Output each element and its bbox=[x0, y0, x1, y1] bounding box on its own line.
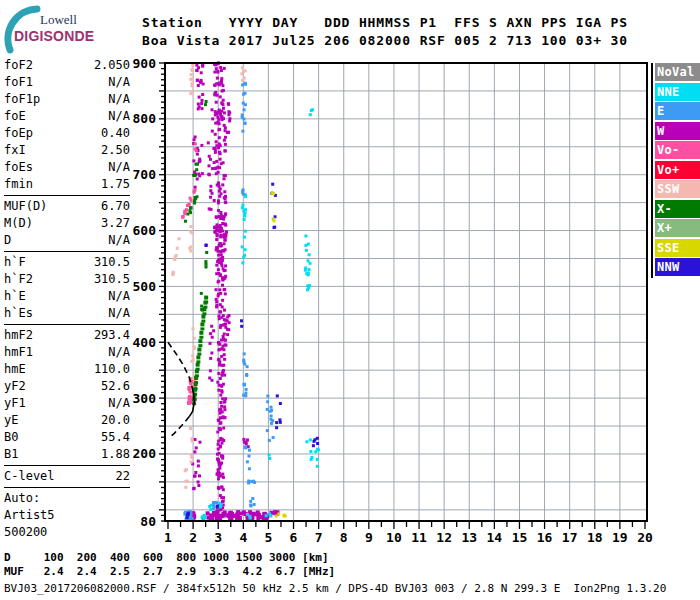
param-value: 110.0 bbox=[94, 361, 130, 378]
echo-cluster-W bbox=[217, 309, 231, 366]
param-label: hmF2 bbox=[4, 327, 33, 344]
param-label: hmF1 bbox=[4, 344, 33, 361]
legend-item-NNW: NNW bbox=[655, 258, 700, 276]
param-value: 1.75 bbox=[101, 176, 130, 193]
param-row-Artist5: Artist5 bbox=[4, 507, 130, 524]
param-value: 310.5 bbox=[94, 254, 130, 271]
parameter-panel: foF22.050foF1N/AfoF1pN/AfoEN/AfoEp0.40fx… bbox=[4, 57, 130, 541]
svg-text:11: 11 bbox=[411, 530, 427, 545]
param-row-h`F: h`F310.5 bbox=[4, 254, 130, 271]
param-label: yF2 bbox=[4, 378, 26, 395]
param-row-B1: B11.88 bbox=[4, 446, 130, 463]
echo-cluster-W bbox=[213, 215, 228, 253]
svg-text:4: 4 bbox=[239, 530, 247, 545]
distance-scale-row: D 100 200 400 600 800 1000 1500 3000 [km… bbox=[4, 551, 329, 564]
svg-text:9: 9 bbox=[365, 530, 373, 545]
header-station-values: Boa Vista 2017 Jul25 206 082000 RSF 005 … bbox=[142, 33, 628, 48]
param-label: yE bbox=[4, 412, 18, 429]
param-separator bbox=[4, 195, 130, 196]
echo-cluster-W bbox=[195, 64, 204, 111]
param-separator bbox=[4, 487, 130, 488]
muf-scale-row: MUF 2.4 2.4 2.5 2.7 2.9 3.3 4.2 6.7 [MHz… bbox=[4, 565, 335, 578]
svg-text:6: 6 bbox=[290, 530, 298, 545]
param-value: N/A bbox=[108, 395, 130, 412]
svg-text:20: 20 bbox=[637, 530, 653, 545]
echo-cluster-NNE bbox=[309, 108, 314, 116]
param-label: fxI bbox=[4, 142, 26, 159]
legend-item-W: W bbox=[655, 122, 700, 140]
svg-text:2: 2 bbox=[189, 530, 197, 545]
echo-cluster-W bbox=[211, 99, 232, 136]
echo-cluster-NNW bbox=[240, 319, 243, 328]
svg-text:800: 800 bbox=[133, 111, 157, 126]
param-row-500200: 500200 bbox=[4, 524, 130, 541]
logo-digisonde-text: DIGISONDE bbox=[14, 28, 94, 44]
param-value: 2.050 bbox=[94, 57, 130, 74]
legend-item-Vo+: Vo+ bbox=[655, 161, 700, 179]
param-row-B0: B055.4 bbox=[4, 429, 130, 446]
svg-text:400: 400 bbox=[133, 335, 157, 350]
param-label: foF2 bbox=[4, 57, 33, 74]
param-row-C-level: C-level22 bbox=[4, 468, 130, 485]
param-row-foF1: foF1N/A bbox=[4, 74, 130, 91]
echo-cluster-SSW bbox=[184, 468, 189, 489]
param-label: B1 bbox=[4, 446, 18, 463]
echo-cluster-E bbox=[244, 446, 252, 471]
param-value: 6.70 bbox=[101, 198, 130, 215]
svg-text:80: 80 bbox=[140, 514, 156, 529]
param-value: N/A bbox=[108, 74, 130, 91]
svg-text:15: 15 bbox=[512, 530, 528, 545]
echo-cluster-NNE bbox=[241, 195, 247, 264]
param-row-foF2: foF22.050 bbox=[4, 57, 130, 74]
param-label: h`E bbox=[4, 288, 26, 305]
legend-item-X-: X- bbox=[655, 200, 700, 218]
param-row-D: DN/A bbox=[4, 232, 130, 249]
param-label: foEp bbox=[4, 125, 33, 142]
param-label: Auto: bbox=[4, 490, 40, 507]
param-row-MUF(D): MUF(D)6.70 bbox=[4, 198, 130, 215]
param-value: N/A bbox=[108, 232, 130, 249]
param-value: 293.4 bbox=[94, 327, 130, 344]
param-row-M(D): M(D)3.27 bbox=[4, 215, 130, 232]
param-row-h`Es: h`EsN/A bbox=[4, 305, 130, 322]
svg-text:16: 16 bbox=[537, 530, 553, 545]
echo-cluster-X- bbox=[204, 100, 208, 106]
param-label: B0 bbox=[4, 429, 18, 446]
logo-lowell-text: Lowell bbox=[40, 12, 77, 28]
param-row-hmE: hmE110.0 bbox=[4, 361, 130, 378]
echo-cluster-NNW bbox=[275, 394, 282, 429]
legend-item-SSE: SSE bbox=[655, 239, 700, 257]
svg-text:500: 500 bbox=[133, 279, 157, 294]
param-row-h`F2: h`F2310.5 bbox=[4, 271, 130, 288]
param-separator bbox=[4, 324, 130, 325]
echo-cluster-SSW bbox=[171, 237, 180, 276]
param-label: foE bbox=[4, 108, 26, 125]
svg-text:600: 600 bbox=[133, 223, 157, 238]
doppler-direction-legend: NoValNNEEWVo-Vo+SSWX-X+SSENNW bbox=[651, 63, 700, 278]
digisonde-logo: Lowell DIGISONDE bbox=[4, 4, 119, 54]
legend-item-NNE: NNE bbox=[655, 83, 700, 101]
svg-text:10: 10 bbox=[386, 530, 402, 545]
param-row-h`E: h`EN/A bbox=[4, 288, 130, 305]
svg-text:3: 3 bbox=[214, 530, 222, 545]
param-label: C-level bbox=[4, 468, 55, 485]
param-row-yF1: yF1N/A bbox=[4, 395, 130, 412]
param-label: foF1 bbox=[4, 74, 33, 91]
legend-item-X+: X+ bbox=[655, 219, 700, 237]
param-label: yF1 bbox=[4, 395, 26, 412]
echo-cluster-NNW bbox=[205, 244, 208, 248]
param-value: N/A bbox=[108, 108, 130, 125]
status-line: BVJ03_2017206082000.RSF / 384fx512h 50 k… bbox=[4, 582, 666, 595]
legend-item-E: E bbox=[655, 102, 700, 120]
param-value: 0.40 bbox=[101, 125, 130, 142]
legend-item-Vo-: Vo- bbox=[655, 141, 700, 159]
param-row-yF2: yF252.6 bbox=[4, 378, 130, 395]
param-label: h`F2 bbox=[4, 271, 33, 288]
param-label: D bbox=[4, 232, 11, 249]
echo-cluster-E bbox=[266, 395, 275, 442]
echo-cluster-X- bbox=[204, 251, 208, 269]
param-value: N/A bbox=[108, 159, 130, 176]
param-value: N/A bbox=[108, 91, 130, 108]
param-label: 500200 bbox=[4, 524, 47, 541]
param-value: 3.27 bbox=[101, 215, 130, 232]
